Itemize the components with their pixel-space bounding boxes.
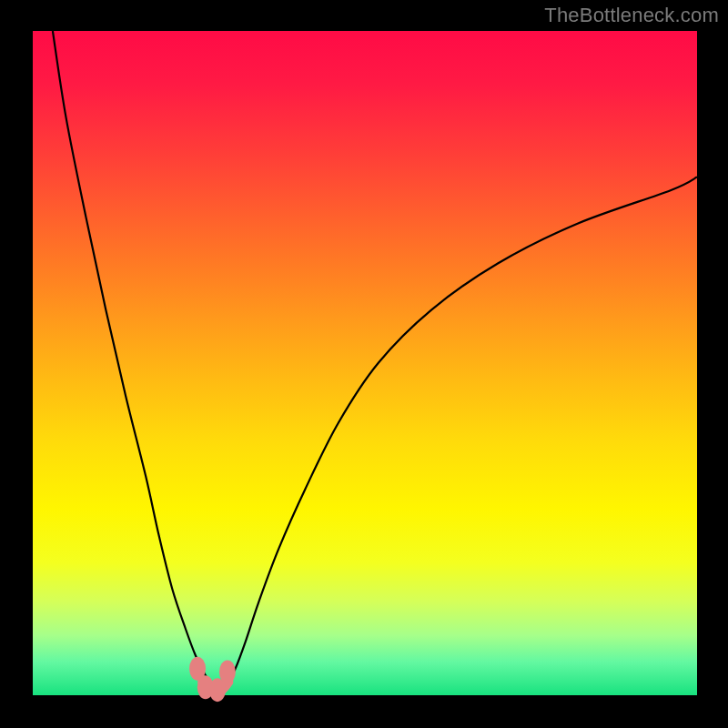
plot-background (33, 31, 697, 695)
bottleneck-chart (0, 0, 728, 728)
valley-marker-right (219, 660, 236, 683)
outer-frame: TheBottleneck.com (0, 0, 728, 728)
watermark-text: TheBottleneck.com (544, 4, 719, 27)
